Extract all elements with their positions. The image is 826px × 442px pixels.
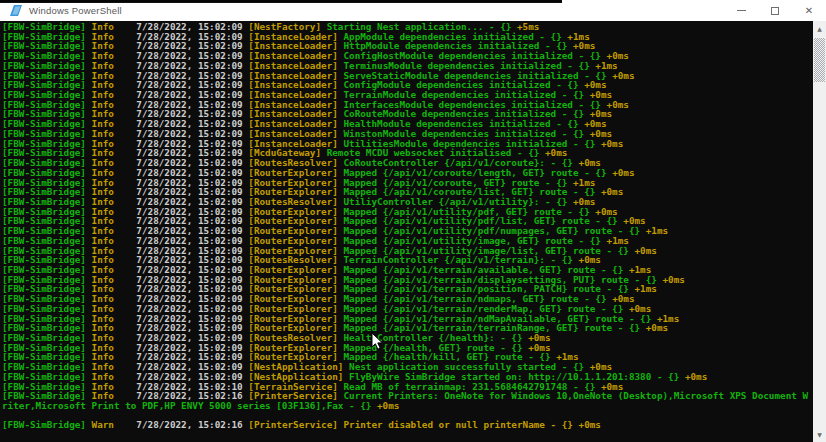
maximize-button[interactable] <box>758 0 792 21</box>
title-bar[interactable]: Windows PowerShell ✕ <box>0 0 826 21</box>
powershell-window: Windows PowerShell ✕ [FBW-SimBridge] Inf… <box>0 0 826 442</box>
powershell-icon[interactable] <box>9 4 23 17</box>
scrollbar-thumb[interactable] <box>814 38 825 82</box>
minimize-button[interactable] <box>724 0 758 21</box>
close-button[interactable]: ✕ <box>792 0 826 21</box>
scrollbar[interactable]: ▲ ▼ <box>813 21 826 442</box>
log-line: [FBW-SimBridge] Warn 7/28/2022, 15:02:16… <box>2 420 813 430</box>
terminal-body[interactable]: [FBW-SimBridge] Info 7/28/2022, 15:02:09… <box>0 21 813 442</box>
background-window-sliver <box>0 0 562 3</box>
scrollbar-down-arrow-icon[interactable]: ▼ <box>813 428 826 441</box>
scrollbar-up-arrow-icon[interactable]: ▲ <box>813 22 826 35</box>
caption-buttons: ✕ <box>724 0 826 21</box>
window-title: Windows PowerShell <box>29 5 122 16</box>
log-line: riter,Microsoft Print to PDF,HP ENVY 500… <box>2 401 813 411</box>
